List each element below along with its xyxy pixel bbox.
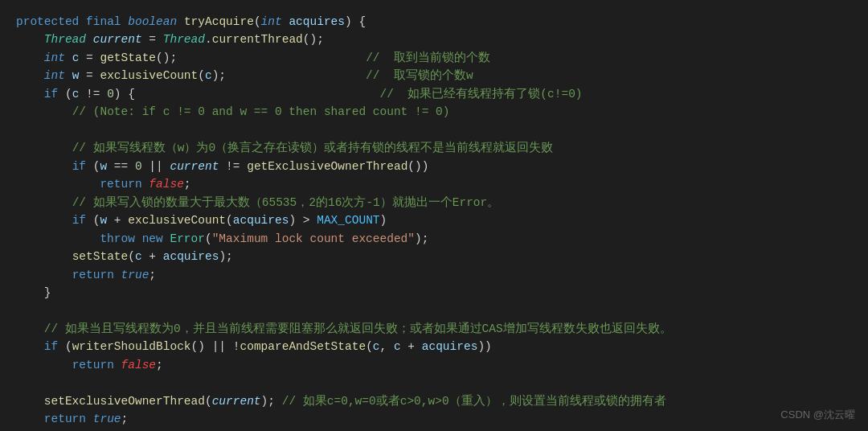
code-line-2: Thread current = Thread.currentThread(); (16, 31, 852, 48)
code-line-19: if (writerShouldBlock() || !compareAndSe… (16, 338, 852, 355)
code-line-3: int c = getState(); // 取到当前锁的个数 (16, 49, 852, 67)
code-line-9: if (w == 0 || current != getExclusiveOwn… (16, 158, 852, 175)
watermark: CSDN @沈云曜 (780, 407, 855, 423)
code-line-21 (16, 374, 852, 392)
code-line-16: } (16, 284, 852, 302)
code-line-22: setExclusiveOwnerThread(current); // 如果c… (16, 392, 852, 410)
code-line-15: return true; (16, 266, 852, 284)
code-line-11: // 如果写入锁的数量大于最大数（65535，2的16次方-1）就抛出一个Err… (16, 194, 852, 211)
code-container: protected final boolean tryAcquire(int a… (0, 0, 868, 431)
code-line-20: return false; (16, 356, 852, 374)
code-line-23: return true; (16, 410, 852, 428)
code-line-17 (16, 302, 852, 320)
code-line-1: protected final boolean tryAcquire(int a… (16, 13, 852, 31)
code-line-7 (16, 121, 852, 139)
code-line-18: // 如果当且写线程数为0，并且当前线程需要阻塞那么就返回失败；或者如果通过CA… (16, 320, 852, 338)
code-line-5: if (c != 0) { // 如果已经有线程持有了锁(c!=0) (16, 85, 852, 103)
code-line-6: // (Note: if c != 0 and w == 0 then shar… (16, 103, 852, 121)
code-line-10: return false; (16, 175, 852, 193)
code-line-13: throw new Error("Maximum lock count exce… (16, 230, 852, 248)
code-line-14: setState(c + acquires); (16, 248, 852, 265)
code-line-4: int w = exclusiveCount(c); // 取写锁的个数w (16, 67, 852, 84)
code-line-12: if (w + exclusiveCount(acquires) > MAX_C… (16, 211, 852, 229)
code-line-8: // 如果写线程数（w）为0（换言之存在读锁）或者持有锁的线程不是当前线程就返回… (16, 139, 852, 157)
